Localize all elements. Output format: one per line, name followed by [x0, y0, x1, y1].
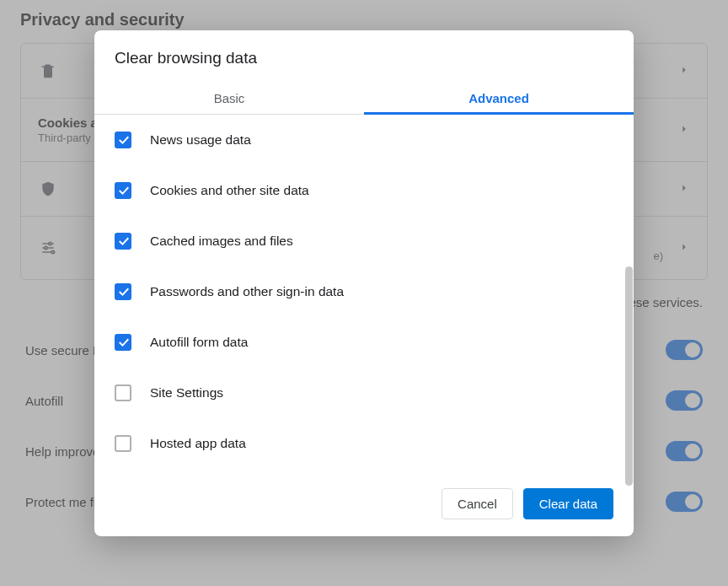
clear-option-row[interactable]: Hosted app data — [115, 418, 618, 469]
option-label: Autofill form data — [150, 335, 248, 350]
tab-basic[interactable]: Basic — [94, 83, 364, 114]
dialog-title: Clear browsing data — [94, 30, 634, 83]
checkbox[interactable] — [115, 435, 131, 452]
clear-option-row[interactable]: Site Settings — [115, 368, 618, 418]
dialog-body: News usage dataCookies and other site da… — [94, 115, 634, 473]
clear-option-row[interactable]: Passwords and other sign-in data — [115, 266, 618, 317]
clear-option-row[interactable]: News usage data — [115, 115, 618, 165]
clear-option-row[interactable]: Cookies and other site data — [115, 165, 618, 216]
checkbox[interactable] — [115, 384, 131, 401]
option-label: Hosted app data — [150, 436, 246, 451]
dialog-tabs: Basic Advanced — [94, 83, 634, 115]
checkbox[interactable] — [115, 283, 131, 300]
checkbox[interactable] — [115, 334, 131, 351]
checkbox[interactable] — [115, 233, 131, 250]
checkbox[interactable] — [115, 132, 131, 148]
scrollbar-thumb[interactable] — [625, 266, 633, 486]
clear-data-button[interactable]: Clear data — [523, 488, 613, 519]
clear-browsing-dialog: Clear browsing data Basic Advanced News … — [94, 30, 634, 536]
option-label: Cached images and files — [150, 234, 293, 249]
option-label: Cookies and other site data — [150, 183, 309, 198]
checkbox[interactable] — [115, 182, 131, 199]
clear-option-row[interactable]: Autofill form data — [115, 317, 618, 368]
dialog-footer: Cancel Clear data — [94, 473, 634, 536]
clear-option-row[interactable]: Cached images and files — [115, 216, 618, 266]
option-label: Passwords and other sign-in data — [150, 284, 344, 299]
option-label: Site Settings — [150, 385, 223, 401]
option-label: News usage data — [150, 132, 251, 148]
tab-advanced[interactable]: Advanced — [364, 83, 634, 114]
modal-overlay: Clear browsing data Basic Advanced News … — [0, 0, 728, 586]
cancel-button[interactable]: Cancel — [442, 488, 513, 519]
